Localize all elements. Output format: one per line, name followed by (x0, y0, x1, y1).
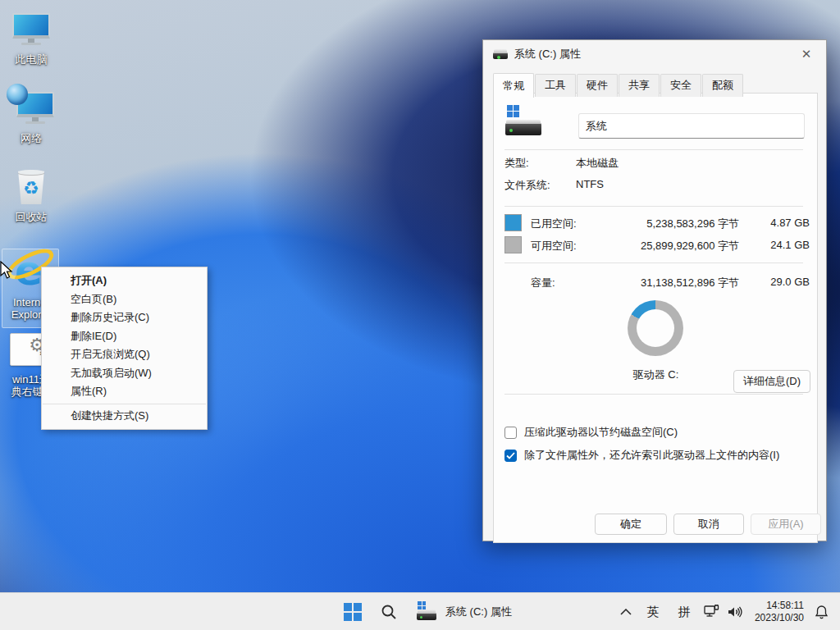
capacity-label: 容量: (531, 276, 555, 290)
system-drive-icon (505, 105, 545, 138)
menu-item-inprivate[interactable]: 开启无痕浏览(Q) (42, 345, 207, 364)
tab-general[interactable]: 常规 (493, 73, 534, 98)
tray-overflow-button[interactable] (614, 593, 638, 630)
taskbar: 系统 (C:) 属性 英 拼 14:58:11 2023/10/30 (0, 592, 840, 630)
type-value: 本地磁盘 (576, 156, 619, 171)
compress-checkbox-label: 压缩此驱动器以节约磁盘空间(C) (524, 425, 678, 440)
network-tray-button[interactable] (701, 593, 724, 630)
desktop-screen: 此电脑 网络 ♻ 回收站 e Internet Explorer ⚙ ⚙ (0, 0, 840, 630)
ime-language-button[interactable]: 英 (641, 593, 664, 630)
speaker-icon (727, 605, 743, 619)
separator (504, 394, 803, 395)
tab-sharing[interactable]: 共享 (619, 74, 660, 97)
index-checkbox[interactable] (504, 450, 517, 462)
menu-item-delete-history[interactable]: 删除历史记录(C) (42, 308, 207, 327)
compress-checkbox[interactable] (504, 427, 517, 439)
icon-label: 网络 (2, 132, 61, 144)
taskbar-app-properties[interactable]: 系统 (C:) 属性 (409, 596, 520, 628)
disk-usage-donut (628, 300, 683, 356)
used-space-bytes: 5,238,583,296 字节 (646, 217, 739, 231)
general-tab-page: 类型: 本地磁盘 文件系统: NTFS 已用空间: 5,238,583,296 … (493, 93, 818, 543)
notification-button[interactable] (809, 593, 833, 630)
type-label: 类型: (504, 156, 529, 171)
tab-strip: 常规 工具 硬件 共享 安全 配额 (493, 73, 744, 97)
network-icon (704, 605, 720, 619)
menu-item-properties[interactable]: 属性(R) (42, 382, 207, 401)
menu-item-no-addons[interactable]: 无加载项启动(W) (42, 364, 207, 383)
volume-tray-button[interactable] (724, 593, 746, 630)
dialog-title: 系统 (C:) 属性 (514, 47, 581, 62)
menu-item-open[interactable]: 打开(A) (42, 272, 207, 290)
desktop-icon-recycle-bin[interactable]: ♻ 回收站 (2, 166, 61, 223)
free-space-bytes: 25,899,929,600 字节 (641, 239, 739, 253)
details-button[interactable]: 详细信息(D) (733, 370, 810, 393)
tab-security[interactable]: 安全 (660, 74, 701, 97)
tab-quota[interactable]: 配额 (702, 74, 743, 97)
drive-icon (417, 601, 438, 623)
clock-date: 2023/10/30 (755, 612, 804, 624)
free-space-size: 24.1 GB (770, 239, 810, 251)
windows-logo-icon (344, 603, 362, 621)
search-button[interactable] (372, 593, 405, 630)
index-checkbox-row[interactable]: 除了文件属性外，还允许索引此驱动器上文件的内容(I) (504, 448, 779, 463)
menu-item-delete-ie[interactable]: 删除IE(D) (42, 327, 207, 346)
clock-time: 14:58:11 (755, 600, 804, 612)
drive-letter-label: 驱动器 C: (592, 368, 719, 382)
taskbar-app-label: 系统 (C:) 属性 (445, 605, 512, 619)
icon-label: 此电脑 (2, 53, 61, 66)
separator (504, 262, 803, 263)
this-pc-icon (2, 8, 61, 51)
recycle-glyph: ♻ (16, 173, 46, 204)
icon-label: 回收站 (2, 211, 61, 223)
chevron-up-icon (620, 609, 632, 615)
taskbar-clock[interactable]: 14:58:11 2023/10/30 (755, 593, 804, 630)
compress-checkbox-row[interactable]: 压缩此驱动器以节约磁盘空间(C) (504, 425, 678, 440)
recycle-bin-icon: ♻ (2, 166, 61, 208)
separator (504, 149, 803, 150)
capacity-bytes: 31,138,512,896 字节 (641, 276, 739, 290)
filesystem-label: 文件系统: (504, 178, 550, 193)
start-button[interactable] (336, 593, 369, 630)
drive-icon (493, 52, 508, 59)
capacity-size: 29.0 GB (770, 276, 810, 288)
search-icon (381, 604, 397, 620)
separator (504, 206, 803, 207)
check-icon (506, 452, 515, 459)
desktop-icon-this-pc[interactable]: 此电脑 (2, 8, 61, 66)
network-icon (2, 87, 61, 130)
ok-button[interactable]: 确定 (595, 514, 667, 535)
ie-context-menu: 打开(A) 空白页(B) 删除历史记录(C) 删除IE(D) 开启无痕浏览(Q)… (41, 267, 208, 430)
ime-mode-button[interactable]: 拼 (673, 593, 696, 630)
tab-tools[interactable]: 工具 (535, 74, 576, 97)
cancel-button[interactable]: 取消 (673, 514, 744, 535)
close-icon[interactable]: ✕ (797, 45, 816, 63)
drive-properties-dialog: 系统 (C:) 属性 ✕ 常规 工具 硬件 共享 安全 配额 类型: 本地磁盘 … (482, 39, 827, 541)
desktop-icon-network[interactable]: 网络 (2, 87, 61, 144)
bell-icon (815, 605, 829, 619)
tab-hardware[interactable]: 硬件 (577, 74, 618, 97)
menu-separator (43, 404, 206, 404)
used-space-size: 4.87 GB (770, 217, 810, 229)
mouse-cursor (0, 261, 15, 281)
dialog-titlebar[interactable]: 系统 (C:) 属性 (483, 40, 826, 68)
volume-name-input[interactable] (578, 113, 805, 139)
free-space-label: 可用空间: (531, 239, 577, 253)
menu-item-create-shortcut[interactable]: 创建快捷方式(S) (42, 407, 207, 426)
menu-item-blank-page[interactable]: 空白页(B) (42, 290, 207, 309)
filesystem-value: NTFS (576, 178, 604, 190)
index-checkbox-label: 除了文件属性外，还允许索引此驱动器上文件的内容(I) (524, 448, 779, 463)
used-space-label: 已用空间: (531, 217, 577, 231)
apply-button[interactable]: 应用(A) (751, 514, 821, 535)
